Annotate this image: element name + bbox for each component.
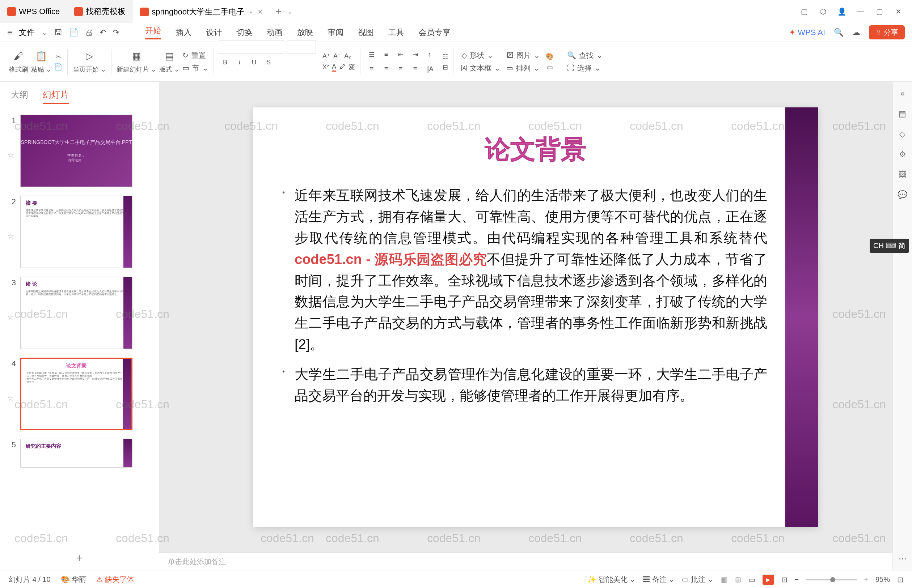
- select-button[interactable]: ⛶ 选择 ⌄: [567, 63, 603, 73]
- rt-image-icon[interactable]: 🖼: [899, 170, 907, 179]
- new-tab-button[interactable]: +: [270, 6, 287, 17]
- rt-format-icon[interactable]: ▤: [899, 109, 906, 119]
- theme-indicator[interactable]: 🎨 华丽: [61, 575, 86, 585]
- outline-button[interactable]: ▭: [546, 63, 554, 71]
- slide-para-1[interactable]: 近年来互联网技术飞速发展，给人们的生活带来了极大便利，也改变人们的生活生产方式，…: [286, 185, 767, 355]
- undo-icon[interactable]: ↶: [99, 28, 106, 37]
- format-brush-button[interactable]: 🖌 格式刷: [9, 50, 28, 74]
- paste-button[interactable]: 📋 粘贴 ⌄: [31, 50, 52, 74]
- tab-outline[interactable]: 大纲: [11, 89, 28, 104]
- hamburger-icon[interactable]: ≡: [7, 27, 12, 37]
- thumbnails-list[interactable]: 1 ☆ SPRINGBOOT大学生二手电子产品交易平台.PPT 学生姓名： 指导…: [0, 107, 159, 546]
- star-icon[interactable]: ☆: [8, 136, 16, 160]
- thumb-row-3[interactable]: 3 ☆ 绪 论近年来随着互联网和移动通信技术的快速发展，电子商务已经成为人们日常…: [7, 277, 152, 349]
- rt-comment-icon[interactable]: 💬: [897, 190, 907, 200]
- bold-button[interactable]: B: [219, 57, 231, 69]
- zoom-value[interactable]: 95%: [875, 575, 890, 584]
- section-button[interactable]: ▭ 节 ⌄: [182, 63, 209, 73]
- align-justify-button[interactable]: ≡: [409, 63, 421, 75]
- thumbnail-2[interactable]: 摘 要随着信息技术的飞速发展，互联网已经深入到人们生活的方方面面，极大地改变了传…: [20, 195, 133, 268]
- thumbnail-4[interactable]: 论文背景近年来互联网技术飞速发展，给人们的生活带来了极大便利，也改变人们的生活生…: [20, 358, 133, 430]
- clear-format-button[interactable]: Aᵪ: [344, 52, 351, 60]
- font-family-select[interactable]: [219, 40, 284, 53]
- tab-review[interactable]: 审阅: [327, 27, 343, 38]
- indent-dec-button[interactable]: ⇤: [394, 48, 407, 61]
- font-size-select[interactable]: [287, 40, 316, 53]
- rt-more-icon[interactable]: ⋯: [899, 554, 907, 564]
- search-icon[interactable]: 🔍: [834, 28, 844, 37]
- app-tab-current[interactable]: springboot大学生二手电子 ▫ ×: [133, 0, 270, 23]
- zoom-out-button[interactable]: −: [795, 575, 799, 584]
- minimize-icon[interactable]: —: [855, 6, 866, 17]
- cut-icon[interactable]: ✂: [54, 53, 62, 61]
- indent-inc-button[interactable]: ⇥: [409, 48, 421, 61]
- tab-start[interactable]: 开始: [145, 25, 161, 39]
- fill-color-button[interactable]: 🎨: [546, 52, 554, 60]
- slide-para-2[interactable]: 大学生二手电子产品交易管理作为信息化建设的重要一环，大学生二手电子产品交易平台的…: [286, 364, 767, 407]
- italic-button[interactable]: I: [233, 57, 246, 69]
- file-dropdown-icon[interactable]: ⌄: [41, 28, 48, 37]
- review-button[interactable]: ▭ 批注 ⌄: [682, 575, 713, 585]
- new-icon[interactable]: 📄: [69, 28, 79, 37]
- view-normal-icon[interactable]: ▦: [721, 575, 728, 584]
- thumb-row-2[interactable]: 2 ☆ 摘 要随着信息技术的飞速发展，互联网已经深入到人们生活的方方面面，极大地…: [7, 195, 152, 268]
- font-color-button[interactable]: A: [332, 63, 336, 72]
- avatar-icon[interactable]: 👤: [837, 6, 847, 17]
- tab-transition[interactable]: 切换: [237, 27, 252, 38]
- notes-pane[interactable]: 单击此处添加备注: [159, 552, 912, 571]
- zoom-slider[interactable]: [806, 579, 857, 580]
- textbox-button[interactable]: A 文本框 ⌄: [462, 63, 501, 73]
- tab-slideshow[interactable]: 放映: [297, 27, 313, 38]
- remarks-button[interactable]: ☰ 备注 ⌄: [643, 575, 675, 585]
- tab-dropdown-icon[interactable]: ⌄: [287, 8, 293, 16]
- align-vertical-button[interactable]: ⊟: [442, 63, 448, 71]
- copy-icon[interactable]: 📄: [54, 63, 62, 71]
- layout-button[interactable]: ▤ 版式 ⌄: [159, 50, 180, 74]
- slide-title[interactable]: 论文背景: [253, 133, 818, 167]
- arrange-button[interactable]: ▭ 排列 ⌄: [506, 63, 540, 73]
- align-left-button[interactable]: ≡: [366, 63, 378, 75]
- cube-icon[interactable]: ⬡: [818, 6, 828, 17]
- view-mode-icon[interactable]: ⊡: [781, 575, 787, 584]
- wps-ai-button[interactable]: ✦WPS AI: [789, 28, 825, 37]
- text-effect-button[interactable]: 変: [348, 63, 355, 72]
- smart-beautify-button[interactable]: ✨ 智能美化 ⌄: [587, 575, 635, 585]
- app-tab-wps[interactable]: WPS Office: [0, 0, 67, 23]
- add-slide-button[interactable]: +: [0, 546, 159, 571]
- thumb-row-5[interactable]: 5 研究的主要内容: [7, 439, 152, 468]
- tab-design[interactable]: 设计: [206, 27, 222, 38]
- font-decrease-button[interactable]: A⁻: [333, 52, 341, 60]
- close-tab-icon[interactable]: ×: [258, 7, 262, 17]
- rt-gear-icon[interactable]: ⚙: [899, 150, 906, 159]
- cloud-icon[interactable]: ☁: [852, 28, 860, 37]
- find-button[interactable]: 🔍 查找 ⌄: [567, 51, 603, 60]
- highlight-button[interactable]: 🖍: [339, 63, 346, 72]
- rt-shape-icon[interactable]: ◇: [899, 129, 906, 139]
- thumb-row-4[interactable]: 4 ☆ 论文背景近年来互联网技术飞速发展，给人们的生活带来了极大便利，也改变人们…: [7, 358, 152, 430]
- file-menu[interactable]: 文件: [19, 27, 35, 38]
- new-slide-button[interactable]: ▦ 新建幻灯片 ⌄: [117, 50, 156, 74]
- app-tab-template[interactable]: 找稻壳模板: [67, 0, 133, 23]
- layout-icon[interactable]: ▢: [799, 6, 809, 17]
- bullets-button[interactable]: ☰: [366, 48, 378, 61]
- text-direction-button[interactable]: ‖A: [423, 63, 436, 75]
- tab-view[interactable]: 视图: [358, 27, 374, 38]
- thumbnail-3[interactable]: 绪 论近年来随着互联网和移动通信技术的快速发展，电子商务已经成为人们日常生活中不…: [20, 277, 133, 349]
- missing-font-warning[interactable]: ⚠ 缺失字体: [96, 575, 134, 585]
- slide-body[interactable]: 近年来互联网技术飞速发展，给人们的生活带来了极大便利，也改变人们的生活生产方式，…: [253, 167, 818, 407]
- tab-member[interactable]: 会员专享: [419, 27, 450, 38]
- redo-icon[interactable]: ↷: [113, 28, 119, 37]
- thumb-row-1[interactable]: 1 ☆ SPRINGBOOT大学生二手电子产品交易平台.PPT 学生姓名： 指导…: [7, 115, 152, 187]
- shape-button[interactable]: ◇ 形状 ⌄: [462, 51, 501, 60]
- slide-canvas[interactable]: 论文背景 近年来互联网技术飞速发展，给人们的生活带来了极大便利，也改变人们的生活…: [253, 107, 818, 527]
- maximize-icon[interactable]: ▢: [874, 6, 884, 17]
- share-button[interactable]: ⇪ 分享: [869, 25, 905, 39]
- font-increase-button[interactable]: A⁺: [322, 52, 330, 60]
- tab-slides[interactable]: 幻灯片: [43, 89, 69, 104]
- fit-window-button[interactable]: ⊡: [897, 575, 903, 584]
- thumbnail-5[interactable]: 研究的主要内容: [20, 439, 133, 468]
- star-icon[interactable]: ☆: [8, 298, 16, 321]
- view-reading-icon[interactable]: ▭: [748, 575, 755, 584]
- print-icon[interactable]: 🖨: [85, 28, 93, 37]
- superscript-button[interactable]: X²: [322, 63, 329, 72]
